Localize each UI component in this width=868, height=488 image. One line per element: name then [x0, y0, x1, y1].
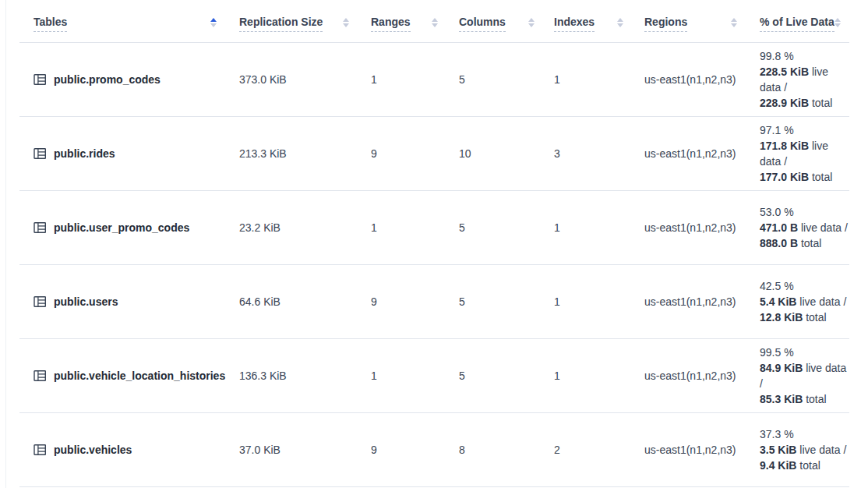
cell-indexes: 1 [544, 221, 633, 234]
sort-icon[interactable] [528, 18, 535, 27]
table-name-link[interactable]: public.users [54, 295, 118, 308]
live-data-percent: 97.1 % [760, 122, 849, 138]
sort-desc-icon [528, 23, 535, 27]
cell-replication-size: 373.0 KiB [226, 73, 358, 86]
cell-ranges: 9 [358, 295, 447, 308]
live-data-percent: 99.5 % [760, 345, 849, 360]
live-data-percent: 53.0 % [760, 204, 849, 220]
column-header-live-data[interactable]: % of Live Data [746, 16, 850, 32]
sort-asc-icon [731, 18, 737, 22]
live-data-line: 171.8 KiB live data / [760, 138, 849, 169]
total-data-line: 85.3 KiB total [760, 391, 849, 407]
cell-indexes: 1 [544, 73, 633, 86]
cell-table-name: public.rides [19, 147, 226, 160]
column-header-label: Regions [644, 16, 687, 32]
cell-ranges: 1 [358, 221, 447, 234]
cell-columns: 10 [447, 147, 544, 160]
total-data-line: 228.9 KiB total [760, 95, 849, 111]
total-data-line: 12.8 KiB total [760, 309, 849, 325]
page-left-border [5, 0, 6, 488]
column-header-label: Columns [459, 16, 506, 32]
cell-replication-size: 37.0 KiB [226, 444, 358, 456]
sort-desc-icon [731, 23, 737, 27]
cell-columns: 5 [447, 370, 544, 382]
table-row: public.users 64.6 KiB 9 5 1 us-east1(n1,… [19, 265, 849, 339]
cell-regions: us-east1(n1,n2,n3) [633, 444, 746, 456]
sort-asc-icon [432, 18, 438, 22]
table-icon [34, 221, 47, 234]
cell-table-name: public.users [19, 295, 226, 308]
column-header-tables[interactable]: Tables [19, 16, 226, 32]
cell-indexes: 1 [544, 295, 633, 308]
cell-live-data: 37.3 % 3.5 KiB live data / 9.4 KiB total [746, 426, 849, 473]
column-header-indexes[interactable]: Indexes [544, 16, 633, 32]
sort-icon[interactable] [210, 18, 217, 27]
table-icon [34, 147, 47, 160]
cell-regions: us-east1(n1,n2,n3) [633, 73, 746, 86]
column-header-label: Ranges [371, 16, 411, 32]
column-header-replication-size[interactable]: Replication Size [226, 16, 358, 32]
cell-live-data: 99.8 % 228.5 KiB live data / 228.9 KiB t… [746, 48, 849, 111]
sort-icon[interactable] [343, 18, 349, 27]
column-header-label: Replication Size [239, 16, 323, 32]
sort-desc-icon [432, 23, 438, 27]
table-row: public.promo_codes 373.0 KiB 1 5 1 us-ea… [19, 43, 849, 117]
table-icon [34, 73, 47, 86]
table-row: public.user_promo_codes 23.2 KiB 1 5 1 u… [19, 191, 849, 265]
sort-icon[interactable] [617, 18, 623, 27]
cell-replication-size: 213.3 KiB [226, 147, 358, 160]
database-tables-table: Tables Replication Size Ranges Columns I… [19, 0, 849, 487]
tables-page: Tables Replication Size Ranges Columns I… [0, 0, 868, 488]
cell-table-name: public.vehicles [19, 444, 226, 456]
sort-asc-icon [528, 18, 535, 22]
live-data-line: 5.4 KiB live data / [760, 294, 849, 309]
total-data-line: 888.0 B total [760, 235, 849, 251]
sort-asc-icon [210, 18, 217, 22]
cell-columns: 5 [447, 295, 544, 308]
cell-live-data: 99.5 % 84.9 KiB live data / 85.3 KiB tot… [746, 345, 849, 407]
table-name-link[interactable]: public.rides [54, 147, 115, 160]
column-header-columns[interactable]: Columns [447, 16, 544, 32]
cell-live-data: 97.1 % 171.8 KiB live data / 177.0 KiB t… [746, 122, 849, 185]
cell-table-name: public.user_promo_codes [19, 221, 226, 234]
table-row: public.vehicles 37.0 KiB 9 8 2 us-east1(… [19, 413, 849, 487]
table-header-row: Tables Replication Size Ranges Columns I… [19, 0, 849, 43]
cell-indexes: 1 [544, 370, 633, 382]
cell-columns: 5 [447, 73, 544, 86]
table-name-link[interactable]: public.promo_codes [54, 73, 161, 86]
cell-indexes: 3 [544, 147, 633, 160]
sort-desc-icon [210, 23, 217, 27]
cell-regions: us-east1(n1,n2,n3) [633, 221, 746, 234]
sort-icon[interactable] [731, 18, 737, 27]
table-name-link[interactable]: public.vehicles [54, 444, 132, 456]
cell-table-name: public.promo_codes [19, 73, 226, 86]
table-row: public.vehicle_location_histories 136.3 … [19, 339, 849, 413]
sort-desc-icon [834, 23, 841, 27]
cell-regions: us-east1(n1,n2,n3) [633, 295, 746, 308]
live-data-percent: 99.8 % [760, 48, 849, 64]
cell-regions: us-east1(n1,n2,n3) [633, 370, 746, 382]
column-header-label: Indexes [554, 16, 595, 32]
cell-live-data: 53.0 % 471.0 B live data / 888.0 B total [746, 204, 849, 251]
cell-ranges: 1 [358, 73, 447, 86]
column-header-label: Tables [34, 16, 67, 32]
live-data-line: 228.5 KiB live data / [760, 64, 849, 95]
sort-asc-icon [617, 18, 623, 22]
sort-desc-icon [617, 23, 623, 27]
sort-icon[interactable] [432, 18, 438, 27]
cell-regions: us-east1(n1,n2,n3) [633, 147, 746, 160]
table-name-link[interactable]: public.user_promo_codes [54, 221, 189, 234]
table-icon [34, 444, 47, 456]
column-header-regions[interactable]: Regions [633, 16, 746, 32]
sort-icon[interactable] [834, 18, 841, 27]
cell-replication-size: 64.6 KiB [226, 295, 358, 308]
total-data-line: 177.0 KiB total [760, 169, 849, 185]
table-name-link[interactable]: public.vehicle_location_histories [54, 370, 225, 382]
cell-replication-size: 23.2 KiB [226, 221, 358, 234]
cell-ranges: 9 [358, 147, 447, 160]
live-data-line: 84.9 KiB live data / [760, 360, 849, 391]
cell-columns: 5 [447, 221, 544, 234]
column-header-ranges[interactable]: Ranges [358, 16, 447, 32]
sort-desc-icon [343, 23, 349, 27]
table-row: public.rides 213.3 KiB 9 10 3 us-east1(n… [19, 117, 849, 191]
